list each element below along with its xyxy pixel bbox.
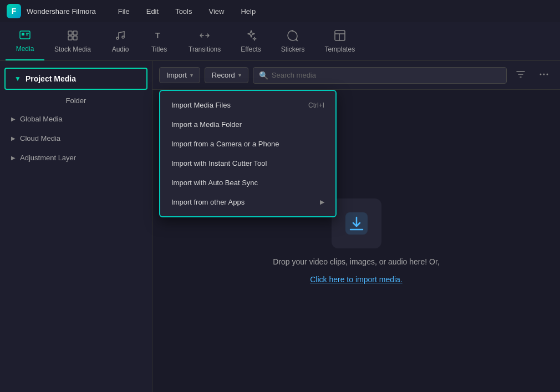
- svg-point-8: [116, 37, 119, 39]
- project-media-header[interactable]: ▼ Project Media: [4, 68, 147, 90]
- drop-icon-box: [332, 198, 381, 248]
- svg-rect-5: [73, 31, 77, 35]
- menu-tools[interactable]: Tools: [170, 5, 197, 18]
- sidebar-item-global-media[interactable]: ▶ Global Media: [0, 109, 152, 129]
- titles-icon: T: [153, 29, 165, 43]
- dropdown-import-media-files[interactable]: Import Media Files Ctrl+I: [160, 95, 335, 115]
- import-download-icon: [343, 210, 370, 237]
- tab-transitions[interactable]: Transitions: [179, 22, 231, 60]
- more-options-button[interactable]: [534, 67, 553, 84]
- tab-transitions-label: Transitions: [189, 45, 221, 53]
- cloud-media-arrow: ▶: [11, 135, 16, 141]
- audio-icon: [114, 29, 126, 43]
- toolbar: Import ▾ Record ▾ 🔍: [152, 61, 560, 90]
- global-media-arrow: ▶: [11, 116, 16, 122]
- tab-stickers-label: Stickers: [281, 45, 305, 53]
- svg-rect-6: [68, 36, 72, 40]
- tab-audio-label: Audio: [112, 45, 129, 53]
- content-area: Import ▾ Record ▾ 🔍 Import Media Files: [152, 61, 560, 392]
- menu-view[interactable]: View: [203, 5, 230, 18]
- app-logo: F: [7, 4, 21, 18]
- dropdown-import-media-folder[interactable]: Import a Media Folder: [160, 115, 335, 134]
- tab-effects-label: Effects: [241, 45, 261, 53]
- global-media-label: Global Media: [20, 115, 63, 123]
- dropdown-import-instant-cutter[interactable]: Import with Instant Cutter Tool: [160, 154, 335, 173]
- search-input[interactable]: [272, 71, 501, 79]
- svg-rect-0: [20, 31, 30, 39]
- tab-stock-media[interactable]: Stock Media: [44, 22, 101, 60]
- adjustment-layer-label: Adjustment Layer: [20, 154, 76, 162]
- menu-file[interactable]: File: [113, 5, 135, 18]
- app-name: Wondershare Filmora: [27, 7, 96, 16]
- svg-rect-4: [68, 31, 72, 35]
- import-media-files-shortcut: Ctrl+I: [308, 101, 324, 109]
- search-box[interactable]: 🔍: [253, 67, 507, 84]
- dropdown-import-camera-phone[interactable]: Import from a Camera or a Phone: [160, 134, 335, 154]
- project-media-title: Project Media: [26, 74, 76, 83]
- svg-point-9: [122, 36, 124, 38]
- svg-rect-7: [73, 36, 77, 40]
- tab-titles-label: Titles: [151, 45, 167, 53]
- svg-point-16: [547, 73, 548, 75]
- tab-titles[interactable]: T Titles: [140, 22, 179, 60]
- stickers-icon: [287, 29, 299, 43]
- import-dropdown: Import Media Files Ctrl+I Import a Media…: [159, 90, 337, 217]
- import-chevron-icon: ▾: [190, 72, 193, 78]
- menu-help[interactable]: Help: [235, 5, 261, 18]
- project-media-arrow: ▼: [14, 75, 21, 83]
- sidebar-item-adjustment-layer[interactable]: ▶ Adjustment Layer: [0, 148, 152, 167]
- top-nav: Media Stock Media Audio T Titles Transit…: [0, 22, 560, 61]
- tab-stock-media-label: Stock Media: [54, 45, 91, 53]
- svg-rect-11: [335, 30, 345, 40]
- dropdown-import-auto-beat-sync[interactable]: Import with Auto Beat Sync: [160, 173, 335, 192]
- tab-media[interactable]: Media: [6, 22, 44, 60]
- tab-effects[interactable]: Effects: [231, 22, 271, 60]
- svg-rect-1: [22, 33, 24, 35]
- tab-audio[interactable]: Audio: [101, 22, 140, 60]
- import-media-folder-label: Import a Media Folder: [171, 120, 242, 129]
- import-other-apps-label: Import from other Apps: [171, 198, 245, 206]
- transitions-icon: [198, 29, 211, 43]
- effects-icon: [245, 29, 257, 43]
- search-icon: 🔍: [259, 71, 268, 80]
- folder-label: Folder: [66, 96, 86, 105]
- dropdown-import-other-apps[interactable]: Import from other Apps ▶: [160, 192, 335, 212]
- menu-edit[interactable]: Edit: [141, 5, 164, 18]
- record-label: Record: [212, 71, 235, 79]
- media-icon: [19, 29, 31, 43]
- tab-templates[interactable]: Templates: [314, 22, 365, 60]
- drop-text: Drop your video clips, images, or audio …: [273, 257, 439, 266]
- sidebar-item-cloud-media[interactable]: ▶ Cloud Media: [0, 129, 152, 148]
- adjustment-layer-arrow: ▶: [11, 155, 16, 161]
- svg-text:T: T: [155, 31, 160, 40]
- import-other-apps-sub-arrow-icon: ▶: [320, 198, 324, 206]
- import-label: Import: [166, 71, 187, 79]
- tab-stickers[interactable]: Stickers: [271, 22, 315, 60]
- filter-button[interactable]: [511, 67, 530, 84]
- sidebar-folder[interactable]: Folder: [0, 92, 152, 109]
- stock-media-icon: [67, 29, 79, 43]
- import-auto-beat-sync-label: Import with Auto Beat Sync: [171, 179, 258, 187]
- svg-point-14: [540, 73, 542, 75]
- record-chevron-icon: ▾: [238, 72, 241, 78]
- cloud-media-label: Cloud Media: [20, 134, 60, 142]
- import-link[interactable]: Click here to import media.: [310, 275, 403, 284]
- sidebar: ▼ Project Media Folder ▶ Global Media ▶ …: [0, 61, 152, 392]
- import-button[interactable]: Import ▾: [159, 67, 200, 83]
- templates-icon: [334, 29, 346, 43]
- import-instant-cutter-label: Import with Instant Cutter Tool: [171, 159, 267, 167]
- title-bar: F Wondershare Filmora File Edit Tools Vi…: [0, 0, 560, 22]
- import-media-files-label: Import Media Files: [171, 101, 231, 109]
- tab-media-label: Media: [16, 45, 34, 53]
- record-button[interactable]: Record ▾: [205, 67, 248, 83]
- main-layout: ▼ Project Media Folder ▶ Global Media ▶ …: [0, 61, 560, 392]
- import-camera-phone-label: Import from a Camera or a Phone: [171, 140, 279, 148]
- tab-templates-label: Templates: [324, 45, 355, 53]
- svg-point-15: [543, 73, 545, 75]
